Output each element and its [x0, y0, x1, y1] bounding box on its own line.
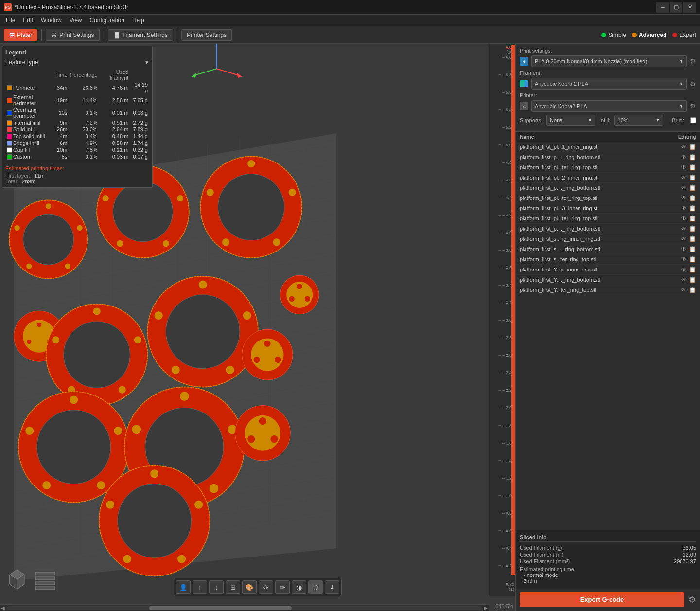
close-button[interactable]: ✕ — [683, 2, 696, 13]
list-item[interactable]: platform_first_Y...._ring_bottom.stl 👁 📋 — [516, 275, 700, 285]
vp-btn-slice[interactable]: ⬇ — [325, 580, 339, 594]
window-controls[interactable]: ─ ▢ ✕ — [656, 2, 696, 13]
advanced-mode-btn[interactable]: Advanced — [632, 32, 666, 38]
vp-btn-support[interactable]: ⟳ — [259, 580, 273, 594]
list-item[interactable]: platform_first_s...._ring_bottom.stl 👁 📋 — [516, 244, 700, 254]
y-axis-slider[interactable] — [511, 45, 515, 575]
maximize-button[interactable]: ▢ — [670, 2, 682, 13]
list-item[interactable]: platform_first_p...._ring_bottom.stl 👁 📋 — [516, 224, 700, 234]
printer-settings-button[interactable]: Printer Settings — [181, 29, 232, 41]
visibility-eye-icon[interactable]: 👁 — [681, 287, 687, 293]
vp-btn-orient[interactable]: ◑ — [292, 580, 306, 594]
visibility-eye-icon[interactable]: 👁 — [681, 235, 687, 242]
scroll-left-arrow[interactable]: ◀ — [1, 605, 5, 611]
menu-window[interactable]: Window — [37, 16, 66, 25]
list-item[interactable]: platform_first_p...._ring_bottom.stl 👁 📋 — [516, 183, 700, 193]
menu-configuration[interactable]: Configuration — [86, 16, 128, 25]
visibility-eye-icon[interactable]: 👁 — [681, 225, 687, 232]
h-scroll-thumb[interactable] — [149, 606, 292, 610]
list-item[interactable]: platform_first_pl...1_inner_ring.stl 👁 📋 — [516, 142, 700, 152]
simple-mode-btn[interactable]: Simple — [601, 32, 626, 38]
list-item[interactable]: platform_first_pl...ter_ring_top.stl 👁 📋 — [516, 214, 700, 224]
edit-object-icon[interactable]: 📋 — [689, 266, 696, 273]
visibility-eye-icon[interactable]: 👁 — [681, 174, 687, 181]
edit-object-icon[interactable]: 📋 — [689, 205, 696, 212]
edit-object-icon[interactable]: 📋 — [689, 154, 696, 161]
edit-object-icon[interactable]: 📋 — [689, 256, 696, 263]
edit-object-icon[interactable]: 📋 — [689, 246, 696, 252]
layers-indicator[interactable] — [33, 567, 57, 592]
visibility-eye-icon[interactable]: 👁 — [681, 144, 687, 150]
printer-settings-gear[interactable]: ⚙ — [690, 102, 696, 110]
list-item[interactable]: platform_first_p...._ring_bottom.stl 👁 📋 — [516, 152, 700, 162]
bottom-settings-gear[interactable]: ⚙ — [688, 594, 696, 605]
infill-select[interactable]: 10% ▼ — [614, 115, 664, 126]
visibility-eye-icon[interactable]: 👁 — [681, 205, 687, 212]
edit-object-icon[interactable]: 📋 — [689, 287, 696, 293]
scroll-right-arrow[interactable]: ▶ — [484, 605, 488, 611]
right-panel: Print settings: ⚙ PLA 0.20mm Normal(0.4m… — [515, 44, 700, 611]
vp-btn-preview[interactable]: ⬡ — [308, 580, 323, 594]
edit-object-icon[interactable]: 📋 — [689, 276, 696, 283]
list-item[interactable]: platform_first_pl...ter_ring_top.stl 👁 📋 — [516, 162, 700, 173]
visibility-eye-icon[interactable]: 👁 — [681, 276, 687, 283]
visibility-eye-icon[interactable]: 👁 — [681, 164, 687, 171]
visibility-eye-icon[interactable]: 👁 — [681, 266, 687, 273]
h-scrollbar[interactable]: ◀ ▶ — [0, 604, 489, 611]
h-scroll-track[interactable] — [7, 606, 482, 610]
y-ruler: 6.08 (30) 0.28 (1) – 6.08– 5.88– 5.68– 5… — [489, 44, 515, 596]
list-item[interactable]: platform_first_Y...g_inner_ring.stl 👁 📋 — [516, 265, 700, 275]
vp-btn-move[interactable]: ↑ — [192, 580, 207, 594]
edit-object-icon[interactable]: 📋 — [689, 235, 696, 242]
print-profile-select[interactable]: PLA 0.20mm Normal(0.4mm Nozzle) (modifie… — [531, 55, 687, 67]
filament-settings-button[interactable]: ▐▌ Filament Settings — [108, 29, 173, 41]
svg-point-71 — [119, 386, 126, 394]
export-gcode-button[interactable]: Export G-code — [520, 592, 684, 607]
vp-btn-color[interactable]: 🎨 — [242, 580, 257, 594]
visibility-eye-icon[interactable]: 👁 — [681, 246, 687, 252]
edit-object-icon[interactable]: 📋 — [689, 215, 696, 222]
visibility-eye-icon[interactable]: 👁 — [681, 256, 687, 263]
visibility-eye-icon[interactable]: 👁 — [681, 154, 687, 161]
plater-button[interactable]: ⊞ Plater — [4, 29, 37, 41]
svg-point-85 — [275, 357, 281, 363]
feature-type-dropdown[interactable]: ▼ — [144, 60, 149, 65]
edit-object-icon[interactable]: 📋 — [689, 195, 696, 201]
svg-point-36 — [77, 225, 82, 231]
visibility-eye-icon[interactable]: 👁 — [681, 184, 687, 191]
supports-select[interactable]: None ▼ — [546, 115, 595, 126]
edit-object-icon[interactable]: 📋 — [689, 225, 696, 232]
list-item[interactable]: platform_first_pl...2_inner_ring.stl 👁 📋 — [516, 173, 700, 183]
objects-list[interactable]: platform_first_pl...1_inner_ring.stl 👁 📋… — [516, 142, 700, 530]
printer-profile-select[interactable]: Anycubic Kobra2-PLA ▼ — [531, 100, 687, 112]
edit-object-icon[interactable]: 📋 — [689, 184, 696, 191]
vp-btn-rotate[interactable]: ⊞ — [226, 580, 240, 594]
visibility-eye-icon[interactable]: 👁 — [681, 215, 687, 222]
visibility-eye-icon[interactable]: 👁 — [681, 195, 687, 201]
menu-file[interactable]: File — [2, 16, 19, 25]
list-item[interactable]: platform_first_s...ng_inner_ring.stl 👁 📋 — [516, 234, 700, 244]
expert-mode-btn[interactable]: Expert — [672, 32, 696, 38]
print-settings-button[interactable]: 🖨 Print Settings — [46, 29, 99, 41]
cube-indicator[interactable] — [5, 567, 29, 592]
list-item[interactable]: platform_first_pl...3_inner_ring.stl 👁 📋 — [516, 203, 700, 214]
list-item[interactable]: platform_first_Y...ter_ring_top.stl 👁 📋 — [516, 285, 700, 295]
edit-object-icon[interactable]: 📋 — [689, 174, 696, 181]
filament-profile-select[interactable]: Anycubic Kobra 2 PLA ▼ — [531, 78, 687, 90]
vp-btn-add[interactable]: 👤 — [176, 580, 191, 594]
vp-btn-scale[interactable]: ↕ — [209, 580, 224, 594]
edit-object-icon[interactable]: 📋 — [689, 144, 696, 150]
minimize-button[interactable]: ─ — [656, 2, 669, 13]
vp-btn-seam[interactable]: ✏ — [275, 580, 290, 594]
viewport[interactable]: Legend Feature type ▼ Time Percentage Us… — [0, 44, 515, 611]
list-item[interactable]: platform_first_pl...ter_ring_top.stl 👁 📋 — [516, 193, 700, 203]
brim-checkbox[interactable] — [690, 117, 696, 123]
menu-help[interactable]: Help — [128, 16, 148, 25]
edit-object-icon[interactable]: 📋 — [689, 164, 696, 171]
list-item[interactable]: platform_first_s...ter_ring_top.stl 👁 📋 — [516, 254, 700, 265]
print-settings-gear[interactable]: ⚙ — [690, 57, 696, 65]
filament-settings-gear[interactable]: ⚙ — [690, 80, 696, 88]
menu-view[interactable]: View — [66, 16, 86, 25]
menu-edit[interactable]: Edit — [19, 16, 37, 25]
used-filament-m-value: 12.09 — [682, 552, 696, 557]
